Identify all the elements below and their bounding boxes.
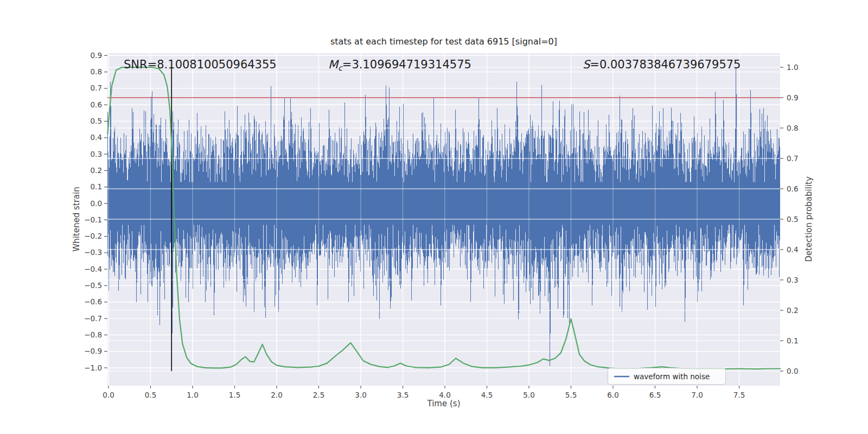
left-tick-label: −0.4 [84,265,102,273]
left-tick-label: −0.7 [84,314,102,323]
x-tick-label: 0.0 [103,391,114,399]
annotation-snr: SNR=8.100810050964355 [124,58,277,71]
x-tick-label: 2.0 [271,391,282,399]
annotations: SNR=8.100810050964355Mc=3.10969471931457… [124,58,741,72]
x-tick-label: 1.0 [187,391,198,399]
left-tick-label: 0.6 [91,100,102,109]
right-tick-label: 0.3 [787,276,798,284]
legend-label: waveform with noise [634,372,710,381]
left-tick-label: −0.8 [84,330,102,339]
left-tick-label: 0.9 [91,51,102,60]
left-y-axis-label: Whitened strain [72,187,81,251]
annotation-chirp-mass: Mc=3.109694719314575 [328,58,471,72]
right-tick-label: 0.8 [787,124,798,132]
right-tick-label: 0.0 [787,367,798,375]
legend: waveform with noise [608,368,726,385]
x-tick-label: 4.5 [481,391,493,399]
left-tick-label: 0.8 [91,67,102,76]
left-tick-label: −1.0 [84,363,102,372]
x-tick-label: 6.5 [649,391,661,399]
right-tick-label: 0.6 [787,184,798,193]
left-tick-label: −0.9 [84,347,102,355]
left-tick-label: −0.6 [84,297,102,306]
right-tick-label: 0.1 [787,336,798,345]
x-tick-label: 7.5 [733,391,745,399]
left-tick-label: −0.2 [84,232,102,240]
x-tick-label: 6.0 [607,391,618,399]
left-tick-label: 0.5 [91,117,102,125]
left-tick-label: 0.7 [91,84,102,92]
right-tick-label: 0.2 [787,306,798,315]
x-tick-label: 3.5 [397,391,409,399]
x-tick-label: 2.5 [313,391,324,399]
left-tick-label: −0.5 [84,281,102,290]
right-tick-label: 0.7 [787,154,798,163]
annotation-stat: S=0.003783846739679575 [583,58,741,71]
right-tick-label: 0.4 [787,245,798,254]
right-tick-label: 0.9 [787,93,798,102]
left-tick-label: 0.4 [91,133,102,142]
x-tick-label: 4.0 [439,391,450,399]
figure: 0.00.51.01.52.02.53.03.54.04.55.05.56.06… [0,0,868,434]
chart-svg: 0.00.51.01.52.02.53.03.54.04.55.05.56.06… [0,0,868,434]
x-tick-label: 3.0 [355,391,366,399]
left-tick-label: 0.3 [91,150,102,158]
x-tick-label: 5.0 [523,391,534,399]
right-tick-label: 1.0 [787,63,798,72]
x-tick-label: 5.5 [565,391,577,399]
x-tick-label: 0.5 [145,391,156,399]
left-tick-label: 0.2 [91,166,102,175]
x-tick-label: 1.5 [229,391,240,399]
left-tick-label: 0.1 [91,182,102,191]
right-tick-label: 0.5 [787,215,798,224]
left-tick-label: −0.3 [84,248,102,257]
left-tick-label: −0.1 [84,215,102,224]
x-tick-label: 7.0 [691,391,703,399]
right-y-axis-label: Detection probability [804,176,814,262]
left-tick-label: 0.0 [91,199,102,208]
x-axis-label: Time (s) [427,399,461,409]
chart-title: stats at each timestep for test data 691… [330,36,557,47]
